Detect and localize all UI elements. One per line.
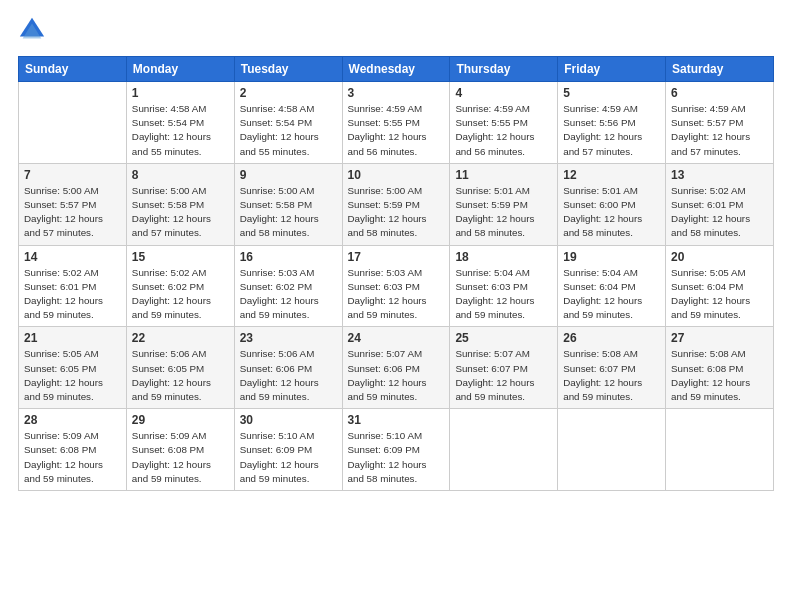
calendar-cell: 5Sunrise: 4:59 AMSunset: 5:56 PMDaylight… [558, 82, 666, 164]
day-header-tuesday: Tuesday [234, 57, 342, 82]
calendar-cell: 13Sunrise: 5:02 AMSunset: 6:01 PMDayligh… [666, 163, 774, 245]
calendar-cell: 30Sunrise: 5:10 AMSunset: 6:09 PMDayligh… [234, 409, 342, 491]
day-number: 16 [240, 250, 337, 264]
day-number: 29 [132, 413, 229, 427]
day-number: 12 [563, 168, 660, 182]
calendar-cell: 23Sunrise: 5:06 AMSunset: 6:06 PMDayligh… [234, 327, 342, 409]
day-number: 22 [132, 331, 229, 345]
calendar-cell: 11Sunrise: 5:01 AMSunset: 5:59 PMDayligh… [450, 163, 558, 245]
day-number: 6 [671, 86, 768, 100]
calendar-body: 1Sunrise: 4:58 AMSunset: 5:54 PMDaylight… [19, 82, 774, 491]
calendar-cell: 19Sunrise: 5:04 AMSunset: 6:04 PMDayligh… [558, 245, 666, 327]
calendar-cell: 28Sunrise: 5:09 AMSunset: 6:08 PMDayligh… [19, 409, 127, 491]
cell-content: Sunrise: 4:59 AMSunset: 5:57 PMDaylight:… [671, 102, 768, 159]
calendar-table: SundayMondayTuesdayWednesdayThursdayFrid… [18, 56, 774, 491]
calendar-cell: 27Sunrise: 5:08 AMSunset: 6:08 PMDayligh… [666, 327, 774, 409]
logo [18, 16, 50, 44]
day-number: 1 [132, 86, 229, 100]
calendar-cell: 1Sunrise: 4:58 AMSunset: 5:54 PMDaylight… [126, 82, 234, 164]
calendar-cell: 6Sunrise: 4:59 AMSunset: 5:57 PMDaylight… [666, 82, 774, 164]
cell-content: Sunrise: 5:02 AMSunset: 6:01 PMDaylight:… [671, 184, 768, 241]
calendar-cell: 22Sunrise: 5:06 AMSunset: 6:05 PMDayligh… [126, 327, 234, 409]
cell-content: Sunrise: 5:06 AMSunset: 6:05 PMDaylight:… [132, 347, 229, 404]
calendar-cell: 20Sunrise: 5:05 AMSunset: 6:04 PMDayligh… [666, 245, 774, 327]
cell-content: Sunrise: 5:00 AMSunset: 5:58 PMDaylight:… [240, 184, 337, 241]
day-number: 2 [240, 86, 337, 100]
calendar-cell: 4Sunrise: 4:59 AMSunset: 5:55 PMDaylight… [450, 82, 558, 164]
cell-content: Sunrise: 5:02 AMSunset: 6:01 PMDaylight:… [24, 266, 121, 323]
calendar-cell: 14Sunrise: 5:02 AMSunset: 6:01 PMDayligh… [19, 245, 127, 327]
day-number: 15 [132, 250, 229, 264]
week-row-4: 21Sunrise: 5:05 AMSunset: 6:05 PMDayligh… [19, 327, 774, 409]
cell-content: Sunrise: 5:04 AMSunset: 6:03 PMDaylight:… [455, 266, 552, 323]
calendar-cell: 10Sunrise: 5:00 AMSunset: 5:59 PMDayligh… [342, 163, 450, 245]
cell-content: Sunrise: 5:02 AMSunset: 6:02 PMDaylight:… [132, 266, 229, 323]
day-number: 13 [671, 168, 768, 182]
calendar-cell: 25Sunrise: 5:07 AMSunset: 6:07 PMDayligh… [450, 327, 558, 409]
cell-content: Sunrise: 5:03 AMSunset: 6:03 PMDaylight:… [348, 266, 445, 323]
day-number: 24 [348, 331, 445, 345]
day-header-saturday: Saturday [666, 57, 774, 82]
day-number: 9 [240, 168, 337, 182]
day-number: 21 [24, 331, 121, 345]
cell-content: Sunrise: 5:10 AMSunset: 6:09 PMDaylight:… [348, 429, 445, 486]
week-row-2: 7Sunrise: 5:00 AMSunset: 5:57 PMDaylight… [19, 163, 774, 245]
calendar-cell: 9Sunrise: 5:00 AMSunset: 5:58 PMDaylight… [234, 163, 342, 245]
day-header-friday: Friday [558, 57, 666, 82]
calendar-cell [558, 409, 666, 491]
day-number: 3 [348, 86, 445, 100]
calendar-cell [450, 409, 558, 491]
day-number: 8 [132, 168, 229, 182]
day-header-thursday: Thursday [450, 57, 558, 82]
cell-content: Sunrise: 4:58 AMSunset: 5:54 PMDaylight:… [132, 102, 229, 159]
week-row-1: 1Sunrise: 4:58 AMSunset: 5:54 PMDaylight… [19, 82, 774, 164]
day-number: 25 [455, 331, 552, 345]
day-number: 23 [240, 331, 337, 345]
calendar-cell: 26Sunrise: 5:08 AMSunset: 6:07 PMDayligh… [558, 327, 666, 409]
day-number: 27 [671, 331, 768, 345]
day-number: 28 [24, 413, 121, 427]
day-number: 20 [671, 250, 768, 264]
calendar-cell: 7Sunrise: 5:00 AMSunset: 5:57 PMDaylight… [19, 163, 127, 245]
calendar-cell: 29Sunrise: 5:09 AMSunset: 6:08 PMDayligh… [126, 409, 234, 491]
calendar-cell: 21Sunrise: 5:05 AMSunset: 6:05 PMDayligh… [19, 327, 127, 409]
cell-content: Sunrise: 5:04 AMSunset: 6:04 PMDaylight:… [563, 266, 660, 323]
day-number: 19 [563, 250, 660, 264]
day-number: 4 [455, 86, 552, 100]
cell-content: Sunrise: 5:01 AMSunset: 6:00 PMDaylight:… [563, 184, 660, 241]
cell-content: Sunrise: 5:00 AMSunset: 5:58 PMDaylight:… [132, 184, 229, 241]
week-row-3: 14Sunrise: 5:02 AMSunset: 6:01 PMDayligh… [19, 245, 774, 327]
week-row-5: 28Sunrise: 5:09 AMSunset: 6:08 PMDayligh… [19, 409, 774, 491]
calendar-cell: 8Sunrise: 5:00 AMSunset: 5:58 PMDaylight… [126, 163, 234, 245]
day-header-monday: Monday [126, 57, 234, 82]
cell-content: Sunrise: 5:05 AMSunset: 6:04 PMDaylight:… [671, 266, 768, 323]
day-number: 5 [563, 86, 660, 100]
cell-content: Sunrise: 5:08 AMSunset: 6:07 PMDaylight:… [563, 347, 660, 404]
cell-content: Sunrise: 4:59 AMSunset: 5:55 PMDaylight:… [455, 102, 552, 159]
day-number: 7 [24, 168, 121, 182]
cell-content: Sunrise: 5:05 AMSunset: 6:05 PMDaylight:… [24, 347, 121, 404]
cell-content: Sunrise: 4:59 AMSunset: 5:55 PMDaylight:… [348, 102, 445, 159]
cell-content: Sunrise: 5:09 AMSunset: 6:08 PMDaylight:… [24, 429, 121, 486]
calendar-cell: 17Sunrise: 5:03 AMSunset: 6:03 PMDayligh… [342, 245, 450, 327]
cell-content: Sunrise: 5:07 AMSunset: 6:07 PMDaylight:… [455, 347, 552, 404]
days-of-week-row: SundayMondayTuesdayWednesdayThursdayFrid… [19, 57, 774, 82]
cell-content: Sunrise: 5:00 AMSunset: 5:57 PMDaylight:… [24, 184, 121, 241]
day-number: 14 [24, 250, 121, 264]
cell-content: Sunrise: 4:59 AMSunset: 5:56 PMDaylight:… [563, 102, 660, 159]
calendar-cell [19, 82, 127, 164]
calendar-cell: 12Sunrise: 5:01 AMSunset: 6:00 PMDayligh… [558, 163, 666, 245]
cell-content: Sunrise: 5:09 AMSunset: 6:08 PMDaylight:… [132, 429, 229, 486]
calendar-cell: 15Sunrise: 5:02 AMSunset: 6:02 PMDayligh… [126, 245, 234, 327]
calendar-cell: 18Sunrise: 5:04 AMSunset: 6:03 PMDayligh… [450, 245, 558, 327]
day-number: 18 [455, 250, 552, 264]
calendar-cell: 2Sunrise: 4:58 AMSunset: 5:54 PMDaylight… [234, 82, 342, 164]
page-container: SundayMondayTuesdayWednesdayThursdayFrid… [0, 0, 792, 503]
day-number: 26 [563, 331, 660, 345]
day-number: 30 [240, 413, 337, 427]
logo-icon [18, 16, 46, 44]
cell-content: Sunrise: 5:08 AMSunset: 6:08 PMDaylight:… [671, 347, 768, 404]
cell-content: Sunrise: 4:58 AMSunset: 5:54 PMDaylight:… [240, 102, 337, 159]
cell-content: Sunrise: 5:03 AMSunset: 6:02 PMDaylight:… [240, 266, 337, 323]
cell-content: Sunrise: 5:07 AMSunset: 6:06 PMDaylight:… [348, 347, 445, 404]
